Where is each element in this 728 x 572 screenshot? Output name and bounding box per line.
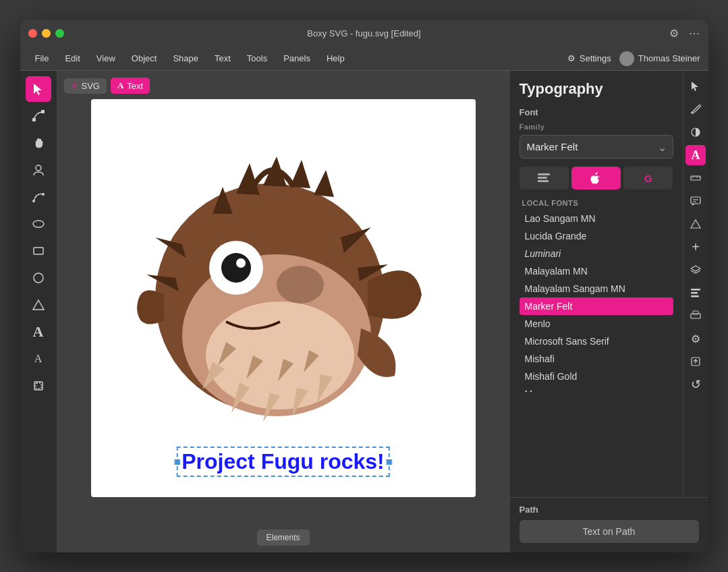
rect-tool[interactable] bbox=[26, 238, 51, 264]
node-tool[interactable] bbox=[26, 103, 51, 129]
more-icon[interactable]: ⋯ bbox=[688, 27, 700, 39]
text-handle-left[interactable] bbox=[173, 459, 180, 465]
svg-marker-40 bbox=[692, 82, 698, 91]
path-tool[interactable] bbox=[26, 184, 51, 210]
canvas-surface[interactable]: Project Fugu rocks! bbox=[91, 99, 476, 497]
menubar-right: ⚙ Settings Thomas Steiner bbox=[567, 51, 700, 66]
select-tool[interactable] bbox=[26, 76, 51, 102]
settings-button[interactable]: ⚙ Settings bbox=[567, 53, 611, 63]
left-toolbar: A A bbox=[20, 71, 57, 552]
triangle-panel-icon[interactable] bbox=[685, 214, 706, 234]
font-item-menlo[interactable]: Menlo bbox=[520, 315, 673, 333]
menu-edit[interactable]: Edit bbox=[58, 51, 86, 66]
right-panel-top: Typography Font Family Marker Felt bbox=[510, 71, 708, 497]
typography-panel-icon[interactable]: A bbox=[685, 145, 706, 165]
maximize-button[interactable] bbox=[55, 29, 64, 38]
font-item-lao-sangam[interactable]: Lao Sangam MN bbox=[520, 210, 673, 227]
arch-panel-icon[interactable] bbox=[685, 306, 706, 326]
google-fonts-tab[interactable]: G bbox=[623, 167, 673, 190]
menu-view[interactable]: View bbox=[90, 51, 122, 66]
face-tool[interactable] bbox=[26, 157, 51, 183]
font-item-luminari[interactable]: Luminari bbox=[520, 245, 673, 262]
font-item-monaco[interactable]: Monaco bbox=[520, 385, 673, 392]
menu-shape[interactable]: Shape bbox=[166, 51, 205, 66]
svg-rect-37 bbox=[538, 173, 550, 175]
text-handle-right[interactable] bbox=[386, 459, 393, 465]
elements-button[interactable]: Elements bbox=[256, 530, 309, 546]
menubar: File Edit View Object Shape Text Tools P… bbox=[20, 47, 708, 71]
cursor-icon bbox=[690, 81, 701, 92]
gear-panel-icon[interactable]: ⚙ bbox=[685, 328, 706, 349]
font-list: Lao Sangam MN Lucida Grande Luminari Mal… bbox=[520, 210, 673, 392]
family-label: Family bbox=[520, 123, 673, 131]
minimize-button[interactable] bbox=[42, 29, 51, 38]
text-tool-small[interactable]: A bbox=[26, 346, 51, 372]
svg-point-34 bbox=[221, 253, 251, 283]
settings-icon: ⚙ bbox=[567, 53, 576, 63]
tab-text-label: Text bbox=[127, 81, 143, 91]
text-tool-large[interactable]: A bbox=[26, 319, 51, 345]
google-g-label: G bbox=[644, 173, 652, 184]
align-panel-icon[interactable] bbox=[685, 283, 706, 303]
right-icons: A bbox=[683, 71, 708, 497]
font-item-microsoft-sans[interactable]: Microsoft Sans Serif bbox=[520, 333, 673, 350]
menu-text[interactable]: Text bbox=[208, 51, 237, 66]
comment-panel-icon[interactable] bbox=[685, 191, 706, 211]
svg-marker-9 bbox=[33, 300, 44, 310]
menu-object[interactable]: Object bbox=[125, 51, 164, 66]
export-icon bbox=[690, 356, 701, 367]
export-panel-icon[interactable] bbox=[685, 351, 706, 372]
ruler-panel-icon[interactable] bbox=[685, 168, 706, 188]
window-title: Boxy SVG - fugu.svg [Edited] bbox=[307, 28, 420, 38]
pan-tool[interactable] bbox=[26, 130, 51, 156]
contrast-panel-icon[interactable] bbox=[685, 122, 706, 142]
svg-point-4 bbox=[32, 200, 35, 202]
ruler-icon bbox=[690, 173, 701, 183]
all-fonts-tab[interactable] bbox=[520, 167, 569, 190]
font-item-lucida-grande[interactable]: Lucida Grande bbox=[520, 227, 673, 245]
font-family-dropdown[interactable]: Marker Felt bbox=[520, 135, 673, 159]
svg-rect-55 bbox=[691, 295, 699, 297]
puzzle-icon[interactable]: ⚙ bbox=[668, 27, 680, 39]
circle-tool[interactable] bbox=[26, 265, 51, 291]
font-item-marker-felt[interactable]: Marker Felt bbox=[520, 297, 673, 315]
text-tab-icon: A bbox=[117, 80, 123, 91]
plus-panel-icon[interactable]: + bbox=[685, 237, 706, 257]
apple-fonts-tab[interactable] bbox=[571, 167, 621, 190]
avatar bbox=[619, 51, 634, 66]
font-item-mishafi-gold[interactable]: Mishafi Gold bbox=[520, 368, 673, 385]
path-section: Path Text on Path bbox=[510, 497, 708, 552]
canvas-tabs: ✳ SVG A Text bbox=[64, 78, 150, 94]
layers-panel-icon[interactable] bbox=[685, 260, 706, 280]
svg-rect-7 bbox=[34, 248, 43, 254]
all-fonts-icon bbox=[538, 173, 550, 183]
svg-point-36 bbox=[277, 266, 324, 304]
tab-text[interactable]: A Text bbox=[111, 78, 150, 94]
menu-help[interactable]: Help bbox=[320, 51, 352, 66]
crop-tool[interactable] bbox=[26, 373, 51, 399]
svg-rect-53 bbox=[691, 289, 700, 291]
text-on-path-button[interactable]: Text on Path bbox=[520, 520, 699, 543]
svg-point-3 bbox=[36, 165, 41, 171]
undo-panel-icon[interactable]: ↺ bbox=[685, 374, 706, 395]
pen-icon bbox=[690, 104, 701, 115]
pen-panel-icon[interactable] bbox=[685, 99, 706, 119]
menu-panels[interactable]: Panels bbox=[277, 51, 317, 66]
close-button[interactable] bbox=[28, 29, 37, 38]
font-family-select[interactable]: Marker Felt bbox=[520, 135, 673, 159]
arch-icon bbox=[690, 310, 701, 321]
cursor-panel-icon[interactable] bbox=[685, 76, 706, 96]
user-button[interactable]: Thomas Steiner bbox=[619, 51, 700, 66]
ellipse-tool[interactable] bbox=[26, 211, 51, 237]
triangle-tool[interactable] bbox=[26, 292, 51, 318]
svg-point-35 bbox=[236, 258, 246, 268]
menu-file[interactable]: File bbox=[28, 51, 56, 66]
canvas-text-element[interactable]: Project Fugu rocks! bbox=[176, 447, 390, 477]
panel-title: Typography bbox=[520, 80, 673, 98]
tab-svg[interactable]: ✳ SVG bbox=[64, 78, 107, 94]
canvas-area: ✳ SVG A Text bbox=[57, 71, 509, 552]
menu-tools[interactable]: Tools bbox=[240, 51, 274, 66]
font-item-mishafi[interactable]: Mishafi bbox=[520, 350, 673, 368]
font-item-malayalam-sangam[interactable]: Malayalam Sangam MN bbox=[520, 280, 673, 297]
font-item-malayalam-mn[interactable]: Malayalam MN bbox=[520, 262, 673, 280]
